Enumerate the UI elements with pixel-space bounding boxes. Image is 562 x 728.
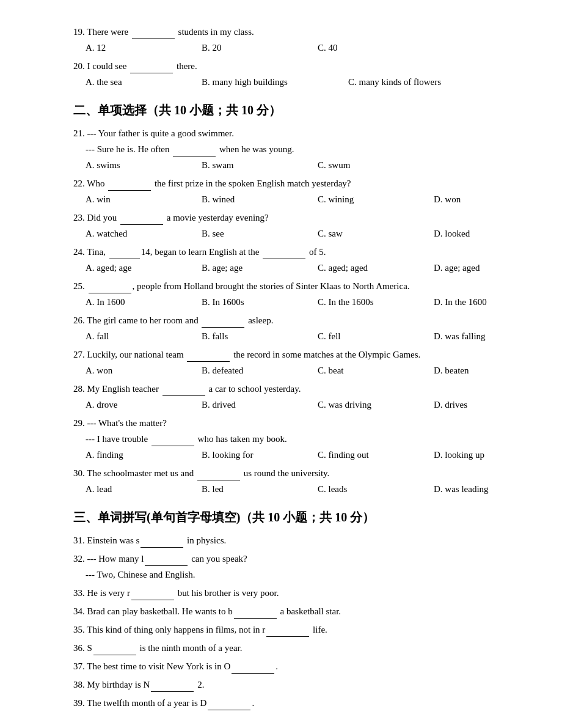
- q37-text: 37. The best time to visit New York is i…: [73, 659, 513, 674]
- q30-optB: B. led: [202, 482, 318, 496]
- question-22: 22. Who the first prize in the spoken En…: [73, 176, 513, 207]
- q21-line1: 21. --- Your father is quite a good swim…: [73, 126, 513, 141]
- q21-options: A. swims B. swam C. swum: [86, 158, 513, 172]
- section2-header: 二、单项选择（共 10 小题；共 10 分）: [73, 100, 513, 120]
- q25-optA: A. In 1600: [86, 295, 202, 309]
- q30-optD: D. was leading: [434, 482, 550, 496]
- q22-optB: B. wined: [202, 192, 318, 207]
- q25-optB: B. In 1600s: [202, 295, 318, 309]
- question-32: 32. --- How many l can you speak? --- Tw…: [73, 551, 513, 582]
- q24-options: A. aged; age B. age; age C. aged; aged D…: [86, 260, 513, 275]
- q30-optA: A. lead: [86, 482, 202, 496]
- q26-optA: A. fall: [86, 329, 202, 344]
- q27-optD: D. beaten: [434, 363, 550, 378]
- q22-optC: C. wining: [318, 192, 434, 207]
- q28-optB: B. drived: [202, 397, 318, 412]
- question-29: 29. --- What's the matter? --- I have tr…: [73, 416, 513, 462]
- q26-optD: D. was falling: [434, 329, 550, 344]
- q39-text: 39. The twelfth month of a year is D.: [73, 696, 513, 710]
- q26-options: A. fall B. falls C. fell D. was falling: [86, 329, 513, 344]
- q36-text: 36. S is the ninth month of a year.: [73, 641, 513, 655]
- q20-optB: B. many high buildings: [202, 75, 348, 89]
- q23-options: A. watched B. see C. saw D. looked: [86, 226, 513, 241]
- q30-line1: 30. The schoolmaster met us and us round…: [73, 466, 513, 480]
- question-30: 30. The schoolmaster met us and us round…: [73, 466, 513, 496]
- q27-optA: A. won: [86, 363, 202, 378]
- q26-line1: 26. The girl came to her room and asleep…: [73, 313, 513, 328]
- q25-options: A. In 1600 B. In 1600s C. In the 1600s D…: [86, 295, 513, 309]
- question-38: 38. My birthday is N 2.: [73, 677, 513, 692]
- question-35: 35. This kind of thing only happens in f…: [73, 622, 513, 637]
- q19-num: 19. There were students in my class.: [73, 27, 254, 37]
- q32-text: 32. --- How many l can you speak?: [73, 551, 513, 566]
- q25-line1: 25. , people from Holland brought the st…: [73, 279, 513, 293]
- question-23: 23. Did you a movie yesterday evening? A…: [73, 210, 513, 241]
- q21-optB: B. swam: [202, 158, 318, 172]
- section3-header: 三、单词拼写(单句首字母填空)（共 10 小题；共 10 分）: [73, 507, 513, 527]
- question-36: 36. S is the ninth month of a year.: [73, 641, 513, 655]
- question-25: 25. , people from Holland brought the st…: [73, 279, 513, 309]
- q29-line1: 29. --- What's the matter?: [73, 416, 513, 430]
- q20-optA: A. the sea: [86, 75, 202, 89]
- question-19: 19. There were students in my class. A. …: [73, 24, 513, 55]
- question-24: 24. Tina, 14, began to learn English at …: [73, 245, 513, 275]
- q30-options: A. lead B. led C. leads D. was leading: [86, 482, 513, 496]
- q34-text: 34. Brad can play basketball. He wants t…: [73, 604, 513, 619]
- q25-optC: C. In the 1600s: [318, 295, 434, 309]
- q20-optC: C. many kinds of flowers: [348, 75, 495, 89]
- q23-optB: B. see: [202, 226, 318, 241]
- question-39: 39. The twelfth month of a year is D.: [73, 696, 513, 710]
- q22-optD: D. won: [434, 192, 550, 207]
- q19-optA: A. 12: [86, 40, 202, 55]
- q22-line1: 22. Who the first prize in the spoken En…: [73, 176, 513, 191]
- q33-text: 33. He is very r but his brother is very…: [73, 586, 513, 600]
- question-20: 20. I could see there. A. the sea B. man…: [73, 59, 513, 89]
- q27-line1: 27. Luckily, our national team the recor…: [73, 347, 513, 362]
- q21-optC: C. swum: [318, 158, 434, 172]
- q23-optA: A. watched: [86, 226, 202, 241]
- q23-optC: C. saw: [318, 226, 434, 241]
- q29-line2: --- I have trouble who has taken my book…: [86, 432, 513, 446]
- q26-optC: C. fell: [318, 329, 434, 344]
- question-34: 34. Brad can play basketball. He wants t…: [73, 604, 513, 619]
- q23-line1: 23. Did you a movie yesterday evening?: [73, 210, 513, 225]
- q23-optD: D. looked: [434, 226, 550, 241]
- question-20-text: 20. I could see there.: [73, 59, 513, 73]
- question-27: 27. Luckily, our national team the recor…: [73, 347, 513, 378]
- q29-optB: B. looking for: [202, 447, 318, 462]
- question-37: 37. The best time to visit New York is i…: [73, 659, 513, 674]
- q26-optB: B. falls: [202, 329, 318, 344]
- q29-optD: D. looking up: [434, 447, 550, 462]
- q28-optC: C. was driving: [318, 397, 434, 412]
- q24-optC: C. aged; aged: [318, 260, 434, 275]
- question-19-text: 19. There were students in my class.: [73, 24, 513, 39]
- q22-optA: A. win: [86, 192, 202, 207]
- q21-optA: A. swims: [86, 158, 202, 172]
- q35-text: 35. This kind of thing only happens in f…: [73, 622, 513, 637]
- question-28: 28. My English teacher a car to school y…: [73, 381, 513, 412]
- q19-optB: B. 20: [202, 40, 318, 55]
- q22-options: A. win B. wined C. wining D. won: [86, 192, 513, 207]
- q20-num: 20. I could see there.: [73, 61, 197, 71]
- q29-optA: A. finding: [86, 447, 202, 462]
- q25-optD: D. In the 1600: [434, 295, 550, 309]
- q19-optC: C. 40: [318, 40, 434, 55]
- q30-optC: C. leads: [318, 482, 434, 496]
- question-33: 33. He is very r but his brother is very…: [73, 586, 513, 600]
- question-26: 26. The girl came to her room and asleep…: [73, 313, 513, 344]
- q19-options: A. 12 B. 20 C. 40: [86, 40, 513, 55]
- q24-optB: B. age; age: [202, 260, 318, 275]
- q31-text: 31. Einstein was s in physics.: [73, 533, 513, 548]
- q27-optC: C. beat: [318, 363, 434, 378]
- q27-optB: B. defeated: [202, 363, 318, 378]
- q32-sub: --- Two, Chinese and English.: [86, 567, 513, 582]
- q28-line1: 28. My English teacher a car to school y…: [73, 381, 513, 396]
- q28-options: A. drove B. drived C. was driving D. dri…: [86, 397, 513, 412]
- question-21: 21. --- Your father is quite a good swim…: [73, 126, 513, 172]
- q24-line1: 24. Tina, 14, began to learn English at …: [73, 245, 513, 259]
- q29-options: A. finding B. looking for C. finding out…: [86, 447, 513, 462]
- question-31: 31. Einstein was s in physics.: [73, 533, 513, 548]
- q28-optA: A. drove: [86, 397, 202, 412]
- q20-options: A. the sea B. many high buildings C. man…: [86, 75, 513, 89]
- q28-optD: D. drives: [434, 397, 550, 412]
